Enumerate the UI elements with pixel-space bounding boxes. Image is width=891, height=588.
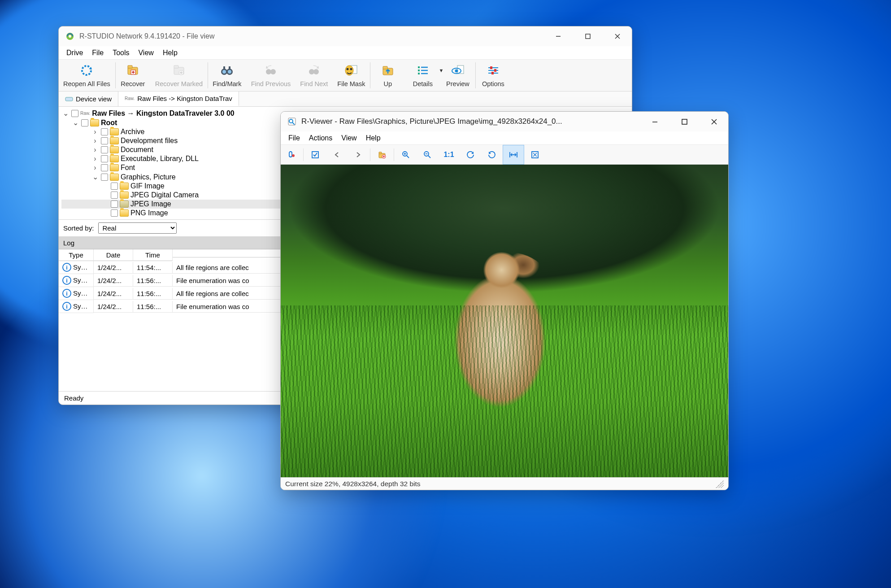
minimize-button[interactable] (546, 27, 571, 45)
menu-file[interactable]: File (89, 48, 107, 58)
app-icon (65, 31, 75, 41)
sort-select[interactable]: Real (98, 222, 177, 234)
info-icon: i (62, 276, 71, 285)
viewer-menu-help[interactable]: Help (363, 133, 384, 143)
toolbar: Reopen All Files Recover Recover Marked … (59, 60, 632, 91)
recover-marked-button[interactable]: Recover Marked (151, 60, 208, 91)
pin-button[interactable] (281, 145, 302, 165)
checkbox[interactable] (101, 155, 108, 162)
svg-rect-42 (494, 69, 496, 72)
close-button[interactable] (605, 27, 630, 45)
details-dropdown-arrow-icon[interactable]: ▼ (439, 68, 444, 73)
find-previous-icon (263, 62, 279, 78)
options-button[interactable]: Options (476, 60, 511, 91)
viewer-app-icon (287, 117, 297, 126)
maximize-button[interactable] (575, 27, 600, 45)
menu-drive[interactable]: Drive (63, 48, 86, 58)
sort-label: Sorted by: (63, 224, 94, 232)
rotate-ccw-button[interactable] (460, 145, 481, 165)
find-next-button[interactable]: Find Next (296, 60, 333, 91)
viewer-menubar: File Actions View Help (281, 131, 728, 145)
tabs: Device view Raw. Raw Files -> Kingston D… (59, 91, 632, 107)
prev-button[interactable] (326, 145, 348, 165)
menu-help[interactable]: Help (160, 48, 181, 58)
actual-size-button[interactable]: 1:1 (438, 145, 460, 165)
fullscreen-button[interactable] (524, 145, 546, 165)
folder-icon (110, 137, 119, 144)
reopen-label: Reopen All Files (63, 80, 110, 87)
viewer-menu-actions[interactable]: Actions (306, 133, 335, 143)
zoom-in-button[interactable] (395, 145, 417, 165)
viewer-minimize-button[interactable] (642, 113, 667, 131)
find-mark-button[interactable]: Find/Mark (208, 60, 246, 91)
reopen-icon (78, 62, 95, 78)
checkbox[interactable] (111, 183, 118, 190)
checkbox[interactable] (101, 146, 108, 153)
chevron-down-icon[interactable]: ⌄ (61, 109, 70, 118)
up-button[interactable]: Up (370, 60, 405, 91)
info-icon: i (62, 263, 71, 272)
mark-button[interactable] (304, 145, 326, 165)
folder-icon (110, 128, 119, 135)
rotate-cw-icon (488, 151, 496, 159)
checkbox[interactable] (81, 119, 88, 126)
chevron-down-icon[interactable]: ⌄ (91, 173, 99, 181)
titlebar[interactable]: R-STUDIO Network 9.4.191420 - File view (59, 26, 632, 46)
chevron-right-icon[interactable]: › (91, 155, 99, 163)
resize-grip[interactable] (716, 480, 724, 488)
rotate-cw-button[interactable] (481, 145, 503, 165)
viewer-titlebar[interactable]: R-Viewer - Raw Files\Graphics, Picture\J… (281, 112, 728, 131)
viewer-title: R-Viewer - Raw Files\Graphics, Picture\J… (301, 117, 638, 126)
svg-line-59 (407, 156, 409, 158)
checkbox[interactable] (71, 110, 78, 117)
folder-icon (110, 146, 119, 153)
checkbox[interactable] (111, 200, 118, 208)
fit-width-button[interactable] (503, 145, 524, 165)
menu-view[interactable]: View (135, 48, 156, 58)
checkbox[interactable] (111, 192, 118, 199)
next-button[interactable] (348, 145, 369, 165)
menubar: Drive File Tools View Help (59, 46, 632, 60)
viewer-toolbar: 1:1 (281, 145, 728, 165)
checkbox[interactable] (111, 209, 118, 217)
folder-icon (110, 155, 119, 162)
file-mask-button[interactable]: File Mask (333, 60, 370, 91)
chevron-right-icon[interactable]: › (91, 128, 99, 136)
recover-button[interactable]: Recover (116, 60, 151, 91)
chevron-right-icon[interactable]: › (91, 146, 99, 154)
details-button[interactable]: Details ▼ (405, 60, 440, 91)
checkbox[interactable] (101, 137, 108, 144)
checkbox[interactable] (101, 128, 108, 135)
recover-selected-button[interactable] (371, 145, 393, 165)
tab-device-view[interactable]: Device view (59, 91, 118, 106)
info-icon: i (62, 302, 71, 311)
log-header-time[interactable]: Time (133, 249, 173, 261)
svg-rect-56 (379, 152, 382, 154)
viewer-menu-file[interactable]: File (285, 133, 303, 143)
image-viewport[interactable] (281, 165, 728, 477)
up-label: Up (384, 80, 392, 87)
preview-button[interactable]: Preview (440, 60, 475, 91)
reopen-all-files-button[interactable]: Reopen All Files (59, 60, 115, 91)
chevron-down-icon[interactable]: ⌄ (71, 118, 79, 127)
log-header-type[interactable]: Type (59, 249, 94, 261)
options-label: Options (482, 80, 504, 87)
viewer-maximize-button[interactable] (672, 113, 697, 131)
svg-rect-44 (65, 97, 73, 101)
chevron-right-icon[interactable]: › (91, 164, 99, 172)
chevron-right-icon[interactable]: › (91, 137, 99, 145)
log-date: 1/24/2... (94, 275, 133, 287)
tree-root-path-label: Raw Files → Kingston DataTraveler 3.0 00 (92, 109, 234, 118)
viewer-close-button[interactable] (701, 113, 726, 131)
menu-tools[interactable]: Tools (109, 48, 132, 58)
tab-raw-files[interactable]: Raw. Raw Files -> Kingston DataTrav (118, 91, 239, 106)
checkbox[interactable] (101, 174, 108, 181)
log-header-date[interactable]: Date (94, 249, 133, 261)
folder-icon (120, 183, 129, 190)
zoom-out-button[interactable] (417, 145, 438, 165)
viewer-menu-view[interactable]: View (338, 133, 360, 143)
svg-point-25 (347, 68, 349, 70)
checkbox[interactable] (101, 164, 108, 171)
find-label: Find/Mark (213, 80, 241, 87)
find-previous-button[interactable]: Find Previous (247, 60, 296, 91)
